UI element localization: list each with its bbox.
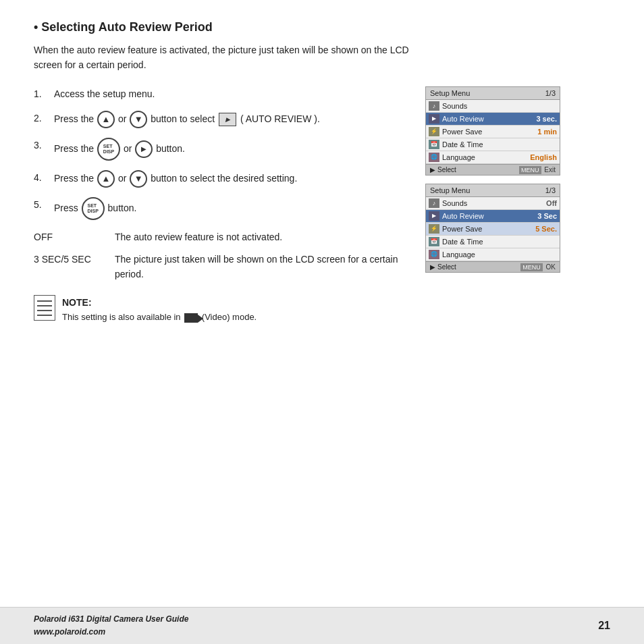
sounds-icon-2: ♪ — [429, 198, 439, 208]
footer-line1: Polaroid i631 Digital Camera User Guide — [34, 614, 188, 624]
page-footer: Polaroid i631 Digital Camera User Guide … — [0, 607, 644, 644]
menu1-footer-exit: Exit — [544, 166, 556, 173]
language-icon-2: 🌐 — [429, 250, 439, 259]
set-disp-icon-1: SETDISP — [97, 138, 120, 161]
menu2-powersave-label: Power Save — [442, 225, 533, 233]
menu1-footer-left: ▶ Select — [430, 166, 456, 173]
menu2-key-label: MENU — [520, 263, 543, 271]
menu1-row-sounds: ♪ Sounds — [426, 100, 560, 113]
autoreview-icon-1: ▶ — [429, 114, 439, 124]
menu1-header-right: 1/3 — [545, 89, 556, 97]
menu1-datetime-label: Date & Time — [442, 140, 554, 149]
menu2-row-powersave: ⚡ Power Save 5 Sec. — [426, 223, 560, 236]
def-off-desc: The auto review feature is not activated… — [115, 230, 282, 244]
note-icon-line-3 — [37, 310, 52, 311]
step-2-text: Press the ▲ or ▼ button to select ▶ ( AU… — [54, 111, 320, 128]
note-text: This setting is also available in (Video… — [62, 312, 257, 322]
menu1-row-datetime: 📅 Date & Time — [426, 138, 560, 151]
footer-text: Polaroid i631 Digital Camera User Guide … — [34, 613, 188, 639]
set-disp-icon-2: SETDISP — [82, 197, 105, 220]
menu1-footer-right: MENU Exit — [519, 166, 556, 173]
menu2-row-datetime: 📅 Date & Time — [426, 236, 560, 248]
menu2-powersave-value: 5 Sec. — [535, 225, 557, 233]
powersave-icon-2: ⚡ — [429, 224, 439, 234]
menu1-header-left: Setup Menu — [430, 89, 470, 97]
note-icon-line-4 — [37, 315, 52, 316]
menu2-language-label: Language — [442, 250, 554, 259]
step-5: 5. Press SETDISP button. — [34, 197, 412, 220]
step-3-text: Press the SETDISP or ▶ button. — [54, 138, 185, 161]
intro-text: When the auto review feature is activate… — [34, 43, 412, 73]
menu2-sounds-label: Sounds — [442, 199, 543, 207]
up-arrow-icon-2: ▲ — [97, 170, 115, 188]
autoreview-icon-2: ▶ — [429, 211, 439, 221]
or-text-2: or — [124, 143, 132, 154]
down-arrow-icon: ▼ — [130, 111, 147, 128]
menu1-row-language: 🌐 Language English — [426, 151, 560, 164]
menu2-header: Setup Menu 1/3 — [426, 184, 560, 197]
note-icon — [34, 295, 55, 321]
ok-icon-1: ▶ — [135, 140, 153, 158]
step-4: 4. Press the ▲ or ▼ button to select the… — [34, 170, 412, 188]
menu2-header-right: 1/3 — [545, 186, 556, 194]
step-2: 2. Press the ▲ or ▼ button to select ▶ (… — [34, 111, 412, 128]
or-text-1: or — [118, 113, 126, 124]
definitions: OFF The auto review feature is not activ… — [34, 230, 412, 281]
page-content: Selecting Auto Review Period When the au… — [0, 0, 644, 338]
menu1-powersave-label: Power Save — [442, 128, 535, 136]
step-5-text: Press SETDISP button. — [54, 197, 136, 220]
menu2-row-language: 🌐 Language — [426, 248, 560, 261]
step-3: 3. Press the SETDISP or ▶ button. — [34, 138, 412, 161]
step-5-num: 5. — [34, 197, 54, 220]
step-1-text: Access the setup menu. — [54, 86, 155, 101]
menu2-footer-select: Select — [437, 263, 456, 271]
menu2-row-sounds: ♪ Sounds Off — [426, 197, 560, 210]
menu1-header: Setup Menu 1/3 — [426, 87, 560, 100]
menu2-footer-ok: OK — [546, 263, 556, 271]
steps-column: 1. Access the setup menu. 2. Press the ▲… — [34, 86, 412, 325]
menu1-language-value: English — [530, 153, 557, 161]
note-label: NOTE: — [62, 297, 92, 308]
menu2-footer: ▶ Select MENU OK — [426, 261, 560, 272]
menu1-autoreview-label: Auto Review — [442, 115, 533, 123]
menu1-footer: ▶ Select MENU Exit — [426, 164, 560, 175]
def-sec-desc: The picture just taken will be shown on … — [115, 252, 412, 282]
datetime-icon-1: 📅 — [429, 140, 439, 149]
footer-page-number: 21 — [598, 620, 610, 632]
def-off: OFF The auto review feature is not activ… — [34, 230, 412, 244]
up-arrow-icon: ▲ — [97, 111, 115, 128]
note-icon-line-1 — [37, 300, 52, 302]
menu1-language-label: Language — [442, 153, 527, 161]
menu2-row-autoreview: ▶ Auto Review 3 Sec — [426, 210, 560, 223]
video-mode-icon — [184, 313, 198, 323]
sounds-icon: ♪ — [429, 101, 439, 111]
or-text-3: or — [118, 173, 126, 184]
down-arrow-icon-2: ▼ — [130, 170, 147, 188]
menu2-footer-right: MENU OK — [520, 263, 556, 271]
auto-review-icon: ▶ — [219, 113, 236, 126]
setup-menu-2: Setup Menu 1/3 ♪ Sounds Off ▶ Auto Revie… — [425, 184, 560, 273]
menu2-footer-left: ▶ Select — [430, 263, 456, 271]
menu-key-label: MENU — [519, 166, 541, 174]
menu1-row-powersave: ⚡ Power Save 1 min — [426, 126, 560, 138]
menu1-row-autoreview: ▶ Auto Review 3 sec. — [426, 113, 560, 126]
menu1-footer-arrow: ▶ — [430, 166, 435, 173]
language-icon-1: 🌐 — [429, 153, 439, 162]
menu2-autoreview-label: Auto Review — [442, 212, 535, 220]
note-box: NOTE: This setting is also available in … — [34, 295, 412, 325]
powersave-icon-1: ⚡ — [429, 127, 439, 136]
menu2-sounds-value: Off — [546, 199, 557, 207]
step-4-num: 4. — [34, 170, 54, 188]
menu1-footer-select: Select — [437, 166, 456, 173]
step-4-text: Press the ▲ or ▼ button to select the de… — [54, 170, 297, 188]
menu2-datetime-label: Date & Time — [442, 238, 554, 246]
def-off-term: OFF — [34, 230, 115, 244]
step-1: 1. Access the setup menu. — [34, 86, 412, 101]
main-layout: 1. Access the setup menu. 2. Press the ▲… — [34, 86, 610, 325]
step-1-num: 1. — [34, 86, 54, 101]
note-content: NOTE: This setting is also available in … — [62, 295, 257, 325]
page-title: Selecting Auto Review Period — [34, 20, 610, 34]
step-3-num: 3. — [34, 138, 54, 161]
def-sec: 3 SEC/5 SEC The picture just taken will … — [34, 252, 412, 282]
def-sec-term: 3 SEC/5 SEC — [34, 252, 115, 282]
